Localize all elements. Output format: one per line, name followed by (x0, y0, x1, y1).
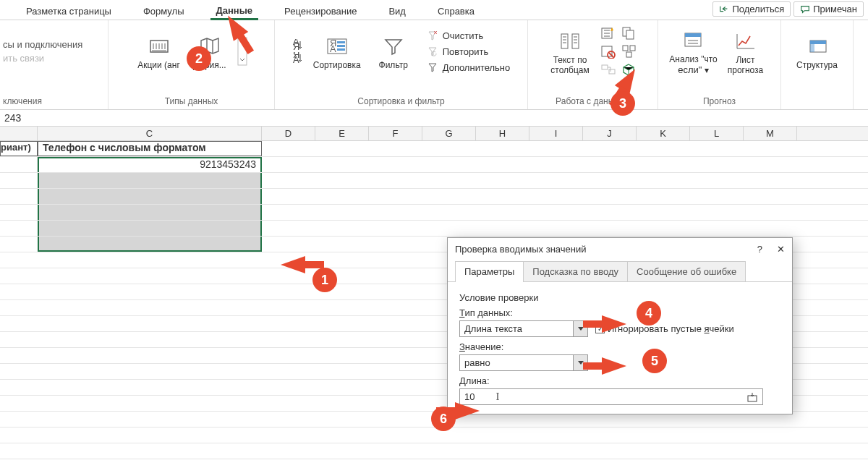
text-cursor-icon: I (495, 391, 499, 402)
callout-arrow-6 (455, 402, 480, 420)
ignore-blank-label: Игнорировать пустые ячейки (608, 323, 734, 334)
length-label: Длина: (459, 375, 780, 386)
type-select[interactable]: Длина текста (459, 320, 588, 337)
validation-section-label: Условие проверки (459, 292, 780, 303)
cell-header-a[interactable]: риант) (0, 141, 38, 156)
cell-a5[interactable] (0, 205, 38, 220)
advanced-filter[interactable]: Дополнительно (427, 61, 511, 73)
remove-duplicates-icon[interactable] (621, 26, 637, 41)
svg-rect-16 (626, 30, 634, 39)
tab-error-alert[interactable]: Сообщение об ошибке (627, 261, 746, 282)
col-header-g[interactable]: G (422, 127, 476, 140)
tab-input-message[interactable]: Подсказка по вводу (523, 261, 628, 282)
svg-rect-9 (337, 41, 345, 43)
callout-arrow-4 (602, 315, 626, 333)
data-label: Значение: (459, 341, 780, 352)
reapply-icon (427, 46, 438, 57)
data-validation-icon[interactable] (600, 44, 616, 59)
tab-view[interactable]: Вид (383, 4, 412, 19)
cell-c2[interactable]: 9213453243 (38, 157, 262, 172)
share-label: Поделиться (732, 4, 784, 14)
cell-a3[interactable] (0, 173, 38, 188)
consolidate-icon[interactable] (621, 44, 637, 59)
sort-label: Сортировка (313, 61, 361, 70)
range-picker-icon[interactable] (746, 391, 758, 403)
advanced-icon (427, 61, 438, 73)
tab-formulas[interactable]: Формулы (137, 4, 190, 19)
length-input[interactable]: 10 I (459, 388, 763, 405)
forecast-label-b: прогноза (728, 66, 764, 75)
filter-icon (382, 35, 405, 58)
data-value: равно (464, 357, 490, 368)
tab-pagelayout[interactable]: Разметка страницы (20, 4, 117, 19)
outline-button[interactable]: Структура (794, 33, 841, 70)
sort-desc-button[interactable]: ЯA (292, 52, 304, 64)
cell-c5[interactable] (38, 205, 262, 220)
svg-rect-22 (602, 65, 608, 69)
ttc-label-a: Текст по (553, 56, 587, 65)
col-header-l[interactable]: L (690, 127, 744, 140)
data-select[interactable]: равно (459, 354, 588, 371)
cell-c3[interactable] (38, 173, 262, 188)
svg-text:A: A (330, 43, 336, 54)
formula-bar[interactable]: 243 (0, 110, 868, 127)
svg-text:A: A (293, 54, 299, 64)
svg-rect-10 (337, 45, 345, 47)
tab-review[interactable]: Рецензирование (278, 4, 362, 19)
cell-c7[interactable] (38, 237, 262, 252)
sort-asc-icon: AЯ (292, 39, 304, 51)
stocks-label: Акции (анг (137, 61, 180, 70)
tab-help[interactable]: Справка (432, 4, 480, 19)
sort-asc-button[interactable]: AЯ (292, 39, 304, 51)
share-button[interactable]: Поделиться (712, 1, 791, 17)
clear-filter: Очистить (427, 30, 484, 41)
col-header-h[interactable]: H (476, 127, 529, 140)
col-header-m[interactable]: M (744, 127, 797, 140)
ribbon-tabs: Разметка страницы Формулы Данные Рецензи… (0, 0, 868, 20)
relationships-icon[interactable] (600, 62, 616, 77)
tab-parameters[interactable]: Параметры (455, 261, 524, 282)
outline-icon (806, 35, 829, 58)
share-icon (719, 4, 729, 14)
callout-arrow-5 (602, 357, 626, 375)
whatif-button[interactable]: Анализ "что если" ▾ (671, 27, 717, 75)
group-sortfilter: AЯ ЯA ЯA Сортировка Фильтр Очистить Повт… (275, 20, 528, 109)
col-header-j[interactable]: J (583, 127, 637, 140)
dialog-title: Проверка вводимых значений (455, 244, 586, 255)
filter-button[interactable]: Фильтр (370, 33, 417, 70)
callout-arrow-1 (281, 256, 305, 273)
stocks-button[interactable]: Акции (анг (136, 33, 182, 70)
cell-c6[interactable] (38, 221, 262, 236)
dialog-help-button[interactable]: ? (757, 244, 762, 255)
comments-button[interactable]: Примечан (793, 1, 864, 17)
svg-rect-23 (609, 69, 615, 74)
group-forecast: Анализ "что если" ▾ Лист прогноза Прогно… (658, 20, 781, 109)
cell-a7[interactable] (0, 237, 38, 252)
cell-c4[interactable] (38, 189, 262, 204)
forecast-sheet-button[interactable]: Лист прогноза (723, 28, 769, 75)
col-header-partial[interactable] (0, 127, 38, 140)
svg-rect-25 (685, 33, 701, 37)
col-header-d[interactable]: D (262, 127, 315, 140)
svg-rect-28 (810, 41, 814, 52)
cell-a6[interactable] (0, 221, 38, 236)
col-header-c[interactable]: C (38, 127, 262, 140)
group-label-datatypes: Типы данных (165, 95, 218, 108)
cell-header-b[interactable]: Телефон с числовым форматом (38, 141, 262, 156)
queries-connections[interactable]: сы и подключения (3, 39, 82, 50)
forecast-label-a: Лист (736, 56, 754, 65)
col-header-e[interactable]: E (315, 127, 369, 140)
cell-a2[interactable] (0, 157, 38, 172)
callout-badge-1: 1 (312, 268, 337, 292)
col-header-f[interactable]: F (369, 127, 422, 140)
text-to-columns-button[interactable]: Текст по столбцам (547, 28, 593, 75)
sort-button[interactable]: ЯA Сортировка (314, 33, 360, 70)
svg-rect-19 (623, 46, 628, 51)
col-header-k[interactable]: K (637, 127, 690, 140)
svg-rect-11 (337, 48, 345, 51)
col-header-i[interactable]: I (529, 127, 583, 140)
comment-icon (800, 4, 810, 14)
dialog-close-button[interactable]: ✕ (777, 244, 785, 255)
cell-a4[interactable] (0, 189, 38, 204)
flash-fill-icon[interactable] (600, 26, 616, 41)
